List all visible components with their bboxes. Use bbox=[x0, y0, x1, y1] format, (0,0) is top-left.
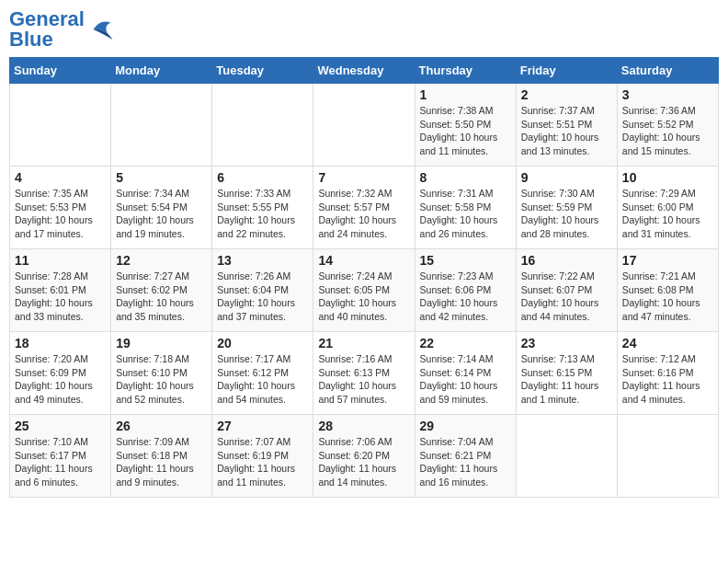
day-info: Sunrise: 7:27 AM Sunset: 6:02 PM Dayligh… bbox=[116, 270, 207, 324]
day-number: 17 bbox=[622, 253, 713, 268]
calendar-cell: 20Sunrise: 7:17 AM Sunset: 6:12 PM Dayli… bbox=[212, 332, 313, 415]
day-info: Sunrise: 7:38 AM Sunset: 5:50 PM Dayligh… bbox=[420, 104, 511, 158]
logo-text: General Blue bbox=[9, 9, 85, 50]
day-info: Sunrise: 7:21 AM Sunset: 6:08 PM Dayligh… bbox=[622, 270, 713, 324]
calendar-cell: 15Sunrise: 7:23 AM Sunset: 6:06 PM Dayli… bbox=[415, 249, 516, 332]
day-number: 29 bbox=[420, 419, 511, 433]
day-number: 21 bbox=[318, 336, 409, 350]
calendar-cell: 6Sunrise: 7:33 AM Sunset: 5:55 PM Daylig… bbox=[212, 167, 313, 249]
calendar-cell bbox=[516, 415, 617, 498]
calendar-week-row: 1Sunrise: 7:38 AM Sunset: 5:50 PM Daylig… bbox=[10, 84, 719, 167]
calendar-cell: 23Sunrise: 7:13 AM Sunset: 6:15 PM Dayli… bbox=[516, 332, 617, 415]
day-number: 18 bbox=[15, 336, 106, 350]
calendar-table: SundayMondayTuesdayWednesdayThursdayFrid… bbox=[9, 57, 719, 498]
calendar-cell: 24Sunrise: 7:12 AM Sunset: 6:16 PM Dayli… bbox=[617, 332, 718, 415]
day-number: 15 bbox=[420, 253, 511, 268]
day-number: 14 bbox=[318, 253, 409, 268]
day-number: 4 bbox=[15, 170, 106, 185]
day-number: 7 bbox=[318, 170, 409, 185]
calendar-cell: 7Sunrise: 7:32 AM Sunset: 5:57 PM Daylig… bbox=[313, 167, 415, 249]
day-info: Sunrise: 7:13 AM Sunset: 6:15 PM Dayligh… bbox=[521, 352, 612, 407]
day-number: 10 bbox=[622, 170, 713, 185]
day-info: Sunrise: 7:06 AM Sunset: 6:20 PM Dayligh… bbox=[318, 435, 409, 489]
day-info: Sunrise: 7:32 AM Sunset: 5:57 PM Dayligh… bbox=[318, 187, 409, 241]
calendar-cell: 8Sunrise: 7:31 AM Sunset: 5:58 PM Daylig… bbox=[415, 167, 516, 249]
calendar-cell: 2Sunrise: 7:37 AM Sunset: 5:51 PM Daylig… bbox=[516, 84, 617, 167]
day-info: Sunrise: 7:17 AM Sunset: 6:12 PM Dayligh… bbox=[217, 352, 308, 407]
calendar-cell bbox=[212, 84, 313, 167]
weekday-header-row: SundayMondayTuesdayWednesdayThursdayFrid… bbox=[10, 58, 719, 84]
day-number: 11 bbox=[15, 253, 106, 268]
day-info: Sunrise: 7:22 AM Sunset: 6:07 PM Dayligh… bbox=[521, 270, 612, 324]
day-info: Sunrise: 7:16 AM Sunset: 6:13 PM Dayligh… bbox=[318, 352, 409, 407]
weekday-header-cell: Monday bbox=[111, 58, 212, 84]
calendar-cell: 21Sunrise: 7:16 AM Sunset: 6:13 PM Dayli… bbox=[313, 332, 415, 415]
day-info: Sunrise: 7:07 AM Sunset: 6:19 PM Dayligh… bbox=[217, 435, 308, 489]
page-header: General Blue bbox=[9, 9, 719, 50]
calendar-cell: 16Sunrise: 7:22 AM Sunset: 6:07 PM Dayli… bbox=[516, 249, 617, 332]
day-number: 8 bbox=[420, 170, 511, 185]
calendar-cell: 28Sunrise: 7:06 AM Sunset: 6:20 PM Dayli… bbox=[313, 415, 415, 498]
weekday-header-cell: Wednesday bbox=[313, 58, 415, 84]
day-number: 16 bbox=[521, 253, 612, 268]
day-number: 3 bbox=[622, 87, 713, 102]
calendar-cell bbox=[10, 84, 111, 167]
day-number: 2 bbox=[521, 87, 612, 102]
calendar-cell bbox=[313, 84, 415, 167]
day-info: Sunrise: 7:14 AM Sunset: 6:14 PM Dayligh… bbox=[420, 352, 511, 407]
day-number: 22 bbox=[420, 336, 511, 350]
day-info: Sunrise: 7:36 AM Sunset: 5:52 PM Dayligh… bbox=[622, 104, 713, 158]
weekday-header-cell: Tuesday bbox=[212, 58, 313, 84]
day-number: 23 bbox=[521, 336, 612, 350]
calendar-cell: 27Sunrise: 7:07 AM Sunset: 6:19 PM Dayli… bbox=[212, 415, 313, 498]
day-info: Sunrise: 7:20 AM Sunset: 6:09 PM Dayligh… bbox=[15, 352, 106, 407]
calendar-cell: 3Sunrise: 7:36 AM Sunset: 5:52 PM Daylig… bbox=[617, 84, 718, 167]
day-info: Sunrise: 7:23 AM Sunset: 6:06 PM Dayligh… bbox=[420, 270, 511, 324]
day-number: 20 bbox=[217, 336, 308, 350]
day-number: 19 bbox=[116, 336, 207, 350]
calendar-cell: 18Sunrise: 7:20 AM Sunset: 6:09 PM Dayli… bbox=[10, 332, 111, 415]
day-info: Sunrise: 7:29 AM Sunset: 6:00 PM Dayligh… bbox=[622, 187, 713, 241]
calendar-week-row: 18Sunrise: 7:20 AM Sunset: 6:09 PM Dayli… bbox=[10, 332, 719, 415]
day-number: 9 bbox=[521, 170, 612, 185]
weekday-header-cell: Thursday bbox=[415, 58, 516, 84]
calendar-body: 1Sunrise: 7:38 AM Sunset: 5:50 PM Daylig… bbox=[10, 84, 719, 498]
calendar-cell: 12Sunrise: 7:27 AM Sunset: 6:02 PM Dayli… bbox=[111, 249, 212, 332]
calendar-cell bbox=[111, 84, 212, 167]
day-info: Sunrise: 7:28 AM Sunset: 6:01 PM Dayligh… bbox=[15, 270, 106, 324]
day-info: Sunrise: 7:31 AM Sunset: 5:58 PM Dayligh… bbox=[420, 187, 511, 241]
calendar-cell: 5Sunrise: 7:34 AM Sunset: 5:54 PM Daylig… bbox=[111, 167, 212, 249]
calendar-cell: 11Sunrise: 7:28 AM Sunset: 6:01 PM Dayli… bbox=[10, 249, 111, 332]
day-number: 24 bbox=[622, 336, 713, 350]
weekday-header-cell: Friday bbox=[516, 58, 617, 84]
logo-bird-icon bbox=[86, 16, 114, 43]
calendar-week-row: 4Sunrise: 7:35 AM Sunset: 5:53 PM Daylig… bbox=[10, 167, 719, 249]
weekday-header-cell: Sunday bbox=[10, 58, 111, 84]
day-number: 5 bbox=[116, 170, 207, 185]
day-number: 26 bbox=[116, 419, 207, 433]
calendar-cell: 10Sunrise: 7:29 AM Sunset: 6:00 PM Dayli… bbox=[617, 167, 718, 249]
day-info: Sunrise: 7:04 AM Sunset: 6:21 PM Dayligh… bbox=[420, 435, 511, 489]
calendar-cell: 26Sunrise: 7:09 AM Sunset: 6:18 PM Dayli… bbox=[111, 415, 212, 498]
day-info: Sunrise: 7:10 AM Sunset: 6:17 PM Dayligh… bbox=[15, 435, 106, 489]
calendar-cell: 17Sunrise: 7:21 AM Sunset: 6:08 PM Dayli… bbox=[617, 249, 718, 332]
day-number: 1 bbox=[420, 87, 511, 102]
calendar-cell: 1Sunrise: 7:38 AM Sunset: 5:50 PM Daylig… bbox=[415, 84, 516, 167]
calendar-week-row: 11Sunrise: 7:28 AM Sunset: 6:01 PM Dayli… bbox=[10, 249, 719, 332]
calendar-cell bbox=[617, 415, 718, 498]
day-number: 25 bbox=[15, 419, 106, 433]
day-info: Sunrise: 7:34 AM Sunset: 5:54 PM Dayligh… bbox=[116, 187, 207, 241]
calendar-cell: 13Sunrise: 7:26 AM Sunset: 6:04 PM Dayli… bbox=[212, 249, 313, 332]
calendar-cell: 19Sunrise: 7:18 AM Sunset: 6:10 PM Dayli… bbox=[111, 332, 212, 415]
day-info: Sunrise: 7:37 AM Sunset: 5:51 PM Dayligh… bbox=[521, 104, 612, 158]
calendar-cell: 29Sunrise: 7:04 AM Sunset: 6:21 PM Dayli… bbox=[415, 415, 516, 498]
day-number: 12 bbox=[116, 253, 207, 268]
calendar-cell: 14Sunrise: 7:24 AM Sunset: 6:05 PM Dayli… bbox=[313, 249, 415, 332]
day-info: Sunrise: 7:12 AM Sunset: 6:16 PM Dayligh… bbox=[622, 352, 713, 407]
day-info: Sunrise: 7:09 AM Sunset: 6:18 PM Dayligh… bbox=[116, 435, 207, 489]
day-info: Sunrise: 7:24 AM Sunset: 6:05 PM Dayligh… bbox=[318, 270, 409, 324]
day-info: Sunrise: 7:30 AM Sunset: 5:59 PM Dayligh… bbox=[521, 187, 612, 241]
day-info: Sunrise: 7:26 AM Sunset: 6:04 PM Dayligh… bbox=[217, 270, 308, 324]
day-info: Sunrise: 7:33 AM Sunset: 5:55 PM Dayligh… bbox=[217, 187, 308, 241]
day-info: Sunrise: 7:35 AM Sunset: 5:53 PM Dayligh… bbox=[15, 187, 106, 241]
